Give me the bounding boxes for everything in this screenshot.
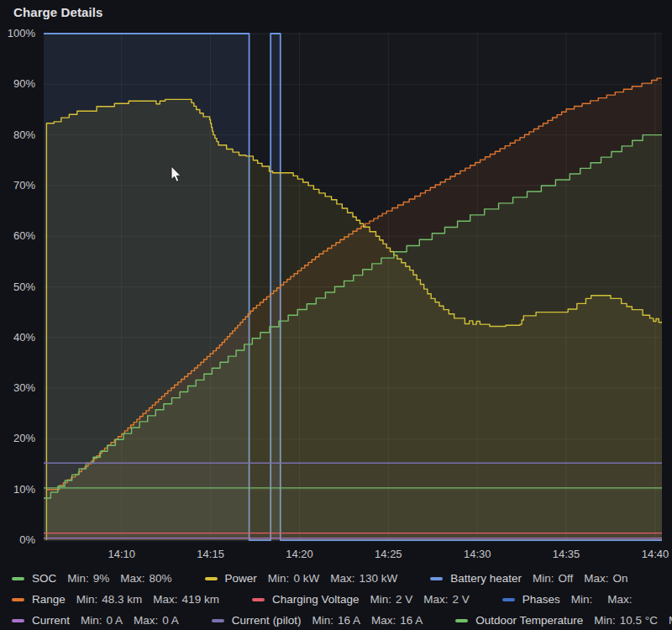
legend-max-label: Max: <box>423 593 448 606</box>
x-axis-label: 14:15 <box>191 548 231 560</box>
legend-max-label: Max: <box>134 614 158 627</box>
legend-max-label: Max: <box>669 614 672 627</box>
legend-min-value: 2 V <box>396 593 412 606</box>
legend-min-label: Min: <box>370 593 391 606</box>
legend-swatch-power <box>205 577 218 580</box>
legend-label: Outdoor Temperature <box>475 614 583 627</box>
legend-swatch-battery-heater <box>430 577 443 580</box>
legend-item-charging-voltage[interactable]: Charging VoltageMin:2 VMax:2 V <box>252 593 480 606</box>
legend-label: Charging Voltage <box>272 593 360 606</box>
legend-max-value: 0 A <box>162 614 179 627</box>
y-axis-label: 50% <box>0 281 35 293</box>
legend-item-phases[interactable]: PhasesMin:Max: <box>502 593 648 606</box>
series-fill-current-pilot <box>44 463 662 540</box>
y-axis: 0%10%20%30%40%50%60%70%80%90%100% <box>0 33 40 542</box>
legend-min-label: Min: <box>268 572 290 585</box>
legend-item-range[interactable]: RangeMin:48.3 kmMax:419 km <box>12 593 230 606</box>
legend-max-value: On <box>613 572 628 585</box>
y-axis-label: 80% <box>0 129 35 141</box>
legend-swatch-charging-voltage <box>252 598 265 601</box>
legend-label: Range <box>32 593 66 606</box>
y-axis-label: 40% <box>0 331 35 344</box>
legend-max-label: Max: <box>330 572 354 585</box>
legend-max-value: 130 kW <box>359 572 397 585</box>
legend-item-outdoor-temperature[interactable]: Outdoor TemperatureMin:10.5 °CMax:10.5 °… <box>455 614 672 627</box>
legend: SOCMin:9%Max:80%PowerMin:0 kWMax:130 kWB… <box>12 568 667 630</box>
legend-min-value: 48.3 km <box>102 593 142 606</box>
legend-row: RangeMin:48.3 kmMax:419 kmCharging Volta… <box>12 589 667 610</box>
x-axis-label: 14:10 <box>102 548 142 560</box>
legend-max-label: Max: <box>153 593 177 606</box>
legend-item-current[interactable]: CurrentMin:0 AMax:0 A <box>12 614 190 627</box>
legend-max-label: Max: <box>607 593 632 606</box>
y-axis-label: 70% <box>0 179 35 192</box>
legend-min-value: 9% <box>93 572 110 585</box>
legend-min-value: 0 A <box>107 614 123 627</box>
chart-plot[interactable] <box>44 33 662 542</box>
legend-label: Battery heater <box>450 572 522 585</box>
y-axis-label: 10% <box>0 483 35 496</box>
legend-min-value: 10.5 °C <box>620 614 658 627</box>
legend-label: Current (pilot) <box>232 614 302 627</box>
legend-label: Power <box>225 572 257 585</box>
legend-max-value: 419 km <box>182 593 219 606</box>
legend-min-label: Min: <box>67 572 89 585</box>
legend-label: Phases <box>522 593 560 606</box>
x-axis: 14:1014:1514:2014:2514:3014:3514:40 <box>44 548 662 564</box>
legend-row: SOCMin:9%Max:80%PowerMin:0 kWMax:130 kWB… <box>12 568 667 589</box>
legend-max-value: 80% <box>150 572 172 585</box>
y-axis-label: 20% <box>0 432 35 444</box>
legend-swatch-outdoor-temperature <box>455 619 468 622</box>
legend-min-value: 0 kW <box>293 572 319 585</box>
series-fill-charging-voltage <box>44 533 662 540</box>
legend-item-battery-heater[interactable]: Battery heaterMin:OffMax:On <box>430 572 638 585</box>
legend-row: CurrentMin:0 AMax:0 ACurrent (pilot)Min:… <box>12 610 667 630</box>
x-axis-label: 14:40 <box>635 548 672 560</box>
y-axis-label: 90% <box>0 77 35 90</box>
legend-min-label: Min: <box>76 593 98 606</box>
legend-swatch-phases <box>502 598 515 601</box>
legend-item-power[interactable]: PowerMin:0 kWMax:130 kW <box>205 572 409 585</box>
legend-item-soc[interactable]: SOCMin:9%Max:80% <box>12 572 183 585</box>
legend-min-value: 16 A <box>338 614 360 627</box>
legend-label: Current <box>32 614 70 627</box>
legend-max-label: Max: <box>584 572 608 585</box>
legend-label: SOC <box>32 572 56 585</box>
y-axis-label: 0% <box>0 533 35 546</box>
legend-min-label: Min: <box>81 614 102 627</box>
legend-min-label: Min: <box>594 614 616 627</box>
legend-swatch-current <box>12 619 24 622</box>
legend-swatch-range <box>12 598 24 601</box>
legend-min-value: Off <box>559 572 574 585</box>
legend-min-label: Min: <box>533 572 554 585</box>
legend-max-value: 16 A <box>400 614 423 627</box>
x-axis-label: 14:25 <box>368 548 408 560</box>
panel-title[interactable]: Charge Details <box>13 5 102 19</box>
y-axis-label: 30% <box>0 381 35 394</box>
legend-max-value: 2 V <box>453 593 470 606</box>
x-axis-label: 14:20 <box>279 548 319 560</box>
legend-min-label: Min: <box>571 593 593 606</box>
plot-svg[interactable] <box>44 33 662 542</box>
x-axis-label: 14:30 <box>457 548 497 560</box>
legend-swatch-current-pilot <box>212 619 224 622</box>
y-axis-label: 100% <box>0 27 35 39</box>
legend-max-label: Max: <box>371 614 396 627</box>
x-axis-label: 14:35 <box>546 548 586 560</box>
legend-min-label: Min: <box>312 614 333 627</box>
grafana-panel: { "panel": { "title": "Charge Details" }… <box>0 0 672 630</box>
legend-max-label: Max: <box>120 572 144 585</box>
y-axis-label: 60% <box>0 229 35 242</box>
legend-item-current-pilot[interactable]: Current (pilot)Min:16 AMax:16 A <box>212 614 433 627</box>
legend-swatch-soc <box>12 577 24 580</box>
